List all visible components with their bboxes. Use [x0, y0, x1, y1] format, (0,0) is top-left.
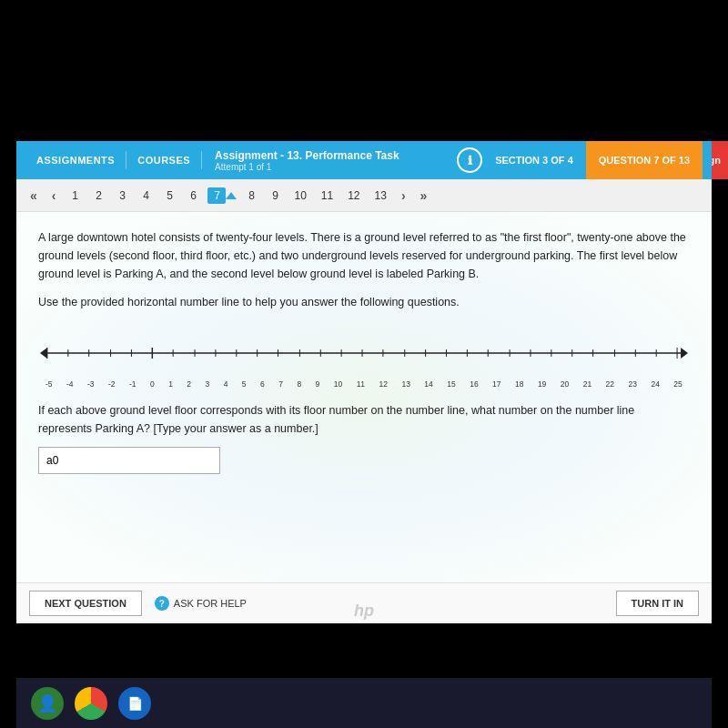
nl-label-10: 10: [334, 379, 342, 389]
nl-label-20: 20: [561, 379, 569, 389]
ask-help-label: ASK FOR HELP: [174, 598, 247, 609]
question-text: If each above ground level floor corresp…: [38, 401, 690, 438]
nl-label-24: 24: [651, 379, 659, 389]
svg-marker-1: [40, 348, 47, 359]
assignments-nav[interactable]: ASSIGNMENTS: [25, 155, 126, 166]
q-num-7[interactable]: 7: [207, 187, 226, 204]
q-num-11[interactable]: 11: [317, 187, 338, 204]
q-num-3[interactable]: 3: [113, 187, 131, 204]
hp-logo: hp: [354, 602, 374, 621]
nl-label-8: 8: [297, 379, 301, 389]
q-num-8[interactable]: 8: [242, 187, 260, 204]
taskbar-icon-docs[interactable]: 📄: [118, 687, 151, 720]
question-number-bar: « ‹ 1 2 3 4 5 6 7 8 9 10 11 12 13 › »: [16, 179, 712, 212]
number-line-container: // Generated via template below: [38, 323, 690, 396]
nl-label-1: 1: [168, 379, 173, 389]
q-num-6[interactable]: 6: [184, 187, 202, 204]
nl-label-neg3: -3: [87, 379, 95, 389]
q-num-4[interactable]: 4: [136, 187, 155, 204]
taskbar-chrome[interactable]: [75, 687, 107, 720]
q-num-10[interactable]: 10: [289, 187, 310, 204]
first-page-button[interactable]: «: [25, 187, 42, 205]
nl-label-22: 22: [606, 379, 614, 389]
taskbar-icon-1[interactable]: 👤: [31, 687, 64, 720]
nl-label-14: 14: [424, 379, 432, 389]
top-nav: ASSIGNMENTS COURSES Assignment - 13. Per…: [16, 141, 712, 179]
nl-label-5: 5: [242, 379, 247, 389]
nl-label-2: 2: [187, 379, 191, 389]
answer-input-wrapper: [38, 447, 690, 474]
nl-label-3: 3: [206, 379, 210, 389]
nl-label-neg2: -2: [108, 379, 116, 389]
content-area: A large downtown hotel consists of twent…: [16, 212, 712, 582]
help-icon: ?: [155, 596, 169, 611]
next-button[interactable]: ›: [397, 187, 410, 205]
attempt-label: Attempt 1 of 1: [215, 162, 457, 172]
nl-label-16: 16: [470, 379, 478, 389]
nl-label-neg1: -1: [129, 379, 136, 389]
number-line-svg: // Generated via template below: [38, 330, 690, 376]
active-q-arrow: [226, 192, 237, 199]
nl-label-21: 21: [583, 379, 592, 389]
nl-label-12: 12: [379, 379, 388, 389]
nl-label-0: 0: [150, 379, 155, 389]
last-page-button[interactable]: »: [416, 187, 432, 205]
answer-input[interactable]: [38, 447, 220, 474]
courses-nav[interactable]: COURSES: [126, 155, 201, 166]
next-question-button[interactable]: NEXT QUESTION: [29, 591, 142, 616]
nl-label-17: 17: [492, 379, 500, 389]
taskbar: 👤 📄: [16, 678, 712, 728]
nl-label-15: 15: [447, 379, 455, 389]
nl-label-4: 4: [224, 379, 228, 389]
assignment-title: Assignment - 13. Performance Task: [215, 149, 457, 162]
nl-label-23: 23: [629, 379, 637, 389]
section-label: SECTION 3 OF 4: [482, 155, 586, 166]
nl-label-18: 18: [515, 379, 523, 389]
q-num-12[interactable]: 12: [343, 187, 364, 204]
q-num-2[interactable]: 2: [89, 187, 107, 204]
ask-for-help-button[interactable]: ? ASK FOR HELP: [155, 596, 247, 611]
q-num-13[interactable]: 13: [370, 187, 391, 204]
problem-paragraph: A large downtown hotel consists of twent…: [38, 228, 690, 283]
nl-label-neg4: -4: [66, 379, 74, 389]
nl-label-11: 11: [357, 379, 365, 389]
nl-label-19: 19: [538, 379, 546, 389]
nl-label-6: 6: [260, 379, 265, 389]
nl-label-neg5: -5: [46, 379, 53, 389]
q-num-1[interactable]: 1: [66, 187, 84, 204]
nl-label-25: 25: [673, 379, 682, 389]
prev-button[interactable]: ‹: [47, 187, 61, 205]
nl-label-9: 9: [316, 379, 320, 389]
svg-marker-2: [681, 348, 688, 359]
use-line-text: Use the provided horizontal number line …: [38, 296, 690, 308]
info-button[interactable]: ℹ: [457, 147, 482, 173]
question-label: QUESTION 7 OF 13: [586, 141, 703, 179]
nl-label-13: 13: [401, 379, 410, 389]
assignment-info: Assignment - 13. Performance Task Attemp…: [202, 149, 457, 172]
q-num-9[interactable]: 9: [266, 187, 284, 204]
q-num-5[interactable]: 5: [160, 187, 178, 204]
nl-label-7: 7: [278, 379, 283, 389]
turn-it-in-button[interactable]: TURN IT IN: [616, 591, 699, 616]
